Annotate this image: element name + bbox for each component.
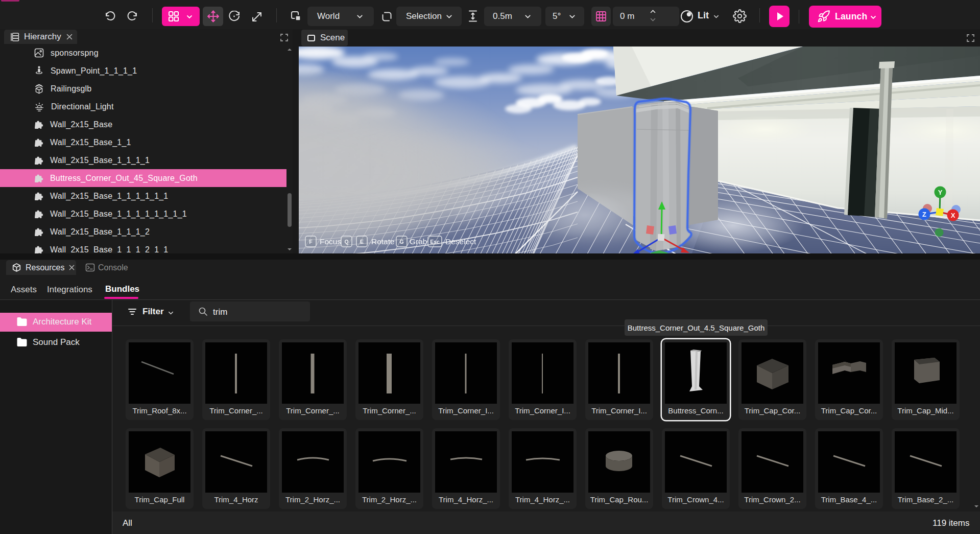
- svg-text:Deselect: Deselect: [445, 237, 476, 246]
- svg-text:Rotate: Rotate: [371, 237, 395, 246]
- svg-text:Z: Z: [922, 211, 926, 218]
- svg-text:G: G: [399, 239, 403, 245]
- svg-text:Q: Q: [344, 239, 348, 245]
- svg-text:Y: Y: [938, 189, 943, 196]
- svg-text:Esc: Esc: [430, 239, 440, 245]
- svg-text:X: X: [951, 212, 955, 219]
- svg-text:E: E: [360, 239, 364, 245]
- svg-text:Grab: Grab: [410, 237, 427, 246]
- svg-text:F: F: [309, 239, 313, 245]
- svg-text:Focus: Focus: [320, 237, 341, 246]
